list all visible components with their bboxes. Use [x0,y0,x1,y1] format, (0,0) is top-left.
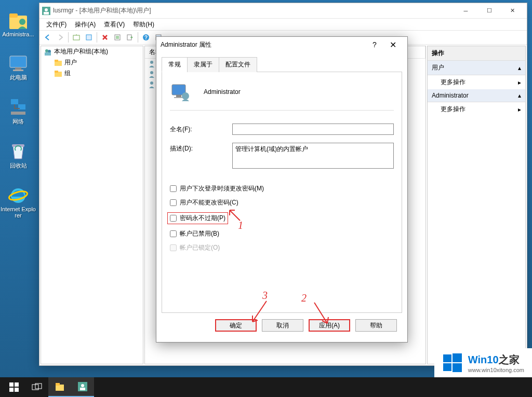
taskbar-lusrmgr[interactable] [71,377,94,397]
svg-rect-6 [11,99,18,104]
svg-point-2 [19,19,25,25]
checkbox-input[interactable] [170,199,177,206]
svg-rect-38 [9,388,14,392]
fullname-label: 全名(F): [170,124,232,134]
menu-action[interactable]: 操作(A) [71,19,100,30]
svg-rect-8 [11,112,25,115]
properties-dialog: Administrator 属性 ? ✕ 常规 隶属于 配置文件 Adminis… [156,36,408,343]
window-title: lusrmgr - [本地用户和组(本地)\用户] [53,6,454,15]
fullname-input[interactable] [232,124,394,135]
checkbox-locked: 帐户已锁定(O) [170,243,394,252]
titlebar[interactable]: lusrmgr - [本地用户和组(本地)\用户] ─ ☐ ✕ [39,3,527,19]
svg-rect-49 [443,363,451,371]
svg-rect-50 [453,363,462,372]
description-input[interactable]: 管理计算机(域)的内置帐户 [232,143,394,169]
svg-rect-15 [73,35,79,40]
svg-point-35 [182,92,189,100]
svg-rect-28 [55,71,58,73]
checkbox-never-expire[interactable]: 密码永不过期(P) [167,212,228,224]
collapse-icon: ▴ [518,64,521,72]
dialog-help-button[interactable]: ? [367,40,382,49]
export-button[interactable] [124,32,136,43]
desktop-icon-ie[interactable]: Internet Explorer [0,185,36,218]
checkbox-input [170,244,177,251]
menu-view[interactable]: 查看(V) [100,19,129,30]
ok-button[interactable]: 确定 [215,319,257,332]
refresh-button[interactable] [112,32,123,43]
svg-point-31 [150,81,153,85]
user-icon [148,80,156,89]
checkbox-input[interactable] [170,215,177,222]
collapse-icon: ▴ [518,92,521,99]
svg-rect-48 [453,353,462,362]
desktop-icon-recycle[interactable]: 回收站 [0,141,36,170]
help-button[interactable]: 帮助 [355,319,397,332]
tree-users-label: 用户 [64,58,77,67]
tabs: 常规 隶属于 配置文件 [162,57,402,72]
dialog-close-button[interactable]: ✕ [382,40,403,50]
cancel-button[interactable]: 取消 [262,319,303,332]
svg-point-29 [150,61,153,64]
chevron-right-icon: ▸ [518,106,521,113]
tree-users[interactable]: 用户 [41,57,143,68]
actions-section-users[interactable]: 用户 ▴ [428,61,525,75]
desktop-icon-label: 此电脑 [10,74,27,81]
menu-help[interactable]: 帮助(H) [129,19,158,30]
actions-more-2[interactable]: 更多操作 ▸ [428,102,525,116]
tab-memberof[interactable]: 隶属于 [187,57,219,72]
tree-root[interactable]: 本地用户和组(本地) [41,46,143,57]
user-icon [148,60,156,68]
description-label: 描述(D): [170,143,232,153]
menu-file[interactable]: 文件(F) [42,19,71,30]
delete-button[interactable] [99,32,111,43]
help-button[interactable]: ? [140,32,152,43]
user-icon [148,70,156,78]
actions-title: 操作 [428,46,525,61]
svg-rect-1 [9,13,18,18]
up-button[interactable] [71,32,82,43]
dialog-titlebar[interactable]: Administrator 属性 ? ✕ [156,37,407,52]
network-icon [8,97,29,118]
svg-rect-14 [44,12,49,15]
taskview-button[interactable] [25,377,48,397]
chevron-right-icon: ▸ [518,79,521,86]
checkbox-next-logon[interactable]: 用户下次登录时须更改密码(M) [170,184,394,193]
desktop-icon-network[interactable]: 网络 [0,97,36,126]
actions-more-1[interactable]: 更多操作 ▸ [428,75,525,89]
checkbox-input[interactable] [170,185,177,192]
ie-icon [8,185,29,206]
close-button[interactable]: ✕ [501,4,524,18]
apply-button[interactable]: 应用(A) [309,319,350,332]
checkbox-input[interactable] [170,230,177,237]
desktop-icon-label: Internet Explorer [0,206,36,218]
tree-groups[interactable]: 组 [41,68,143,79]
minimize-button[interactable]: ─ [454,4,477,18]
tab-profile[interactable]: 配置文件 [219,57,257,72]
svg-point-45 [81,384,84,387]
checkbox-disabled[interactable]: 帐户已禁用(B) [170,229,394,238]
maximize-button[interactable]: ☐ [477,4,501,18]
desktop-icon-admin[interactable]: Administra... [0,10,36,37]
desktop: Administra... 此电脑 网络 回收站 Internet Explor… [0,0,36,363]
tree-root-label: 本地用户和组(本地) [54,47,108,56]
desktop-icon-thispc[interactable]: 此电脑 [0,53,36,81]
tab-general[interactable]: 常规 [162,57,188,72]
forward-button[interactable] [55,32,66,43]
dialog-buttons: 确定 取消 应用(A) 帮助 [162,313,402,338]
desktop-icon-label: Administra... [2,31,34,37]
checkbox-cannot-change[interactable]: 用户不能更改密码(C) [170,198,394,207]
start-button[interactable] [3,377,25,397]
dialog-title: Administrator 属性 [161,40,367,49]
watermark-brand: Win10之家 [468,353,524,367]
back-button[interactable] [42,32,54,43]
svg-rect-5 [13,70,23,71]
actions-section-admin[interactable]: Administrator ▴ [428,89,525,102]
svg-rect-34 [174,97,183,98]
properties-button[interactable] [83,32,95,43]
tab-content-general: Administrator 全名(F): 描述(D): 管理计算机(域)的内置帐… [162,72,402,313]
recycle-bin-icon [8,141,29,162]
tree-groups-label: 组 [64,69,71,78]
taskbar-explorer[interactable] [48,377,71,397]
menubar: 文件(F) 操作(A) 查看(V) 帮助(H) [39,19,527,30]
folder-icon [54,70,62,78]
